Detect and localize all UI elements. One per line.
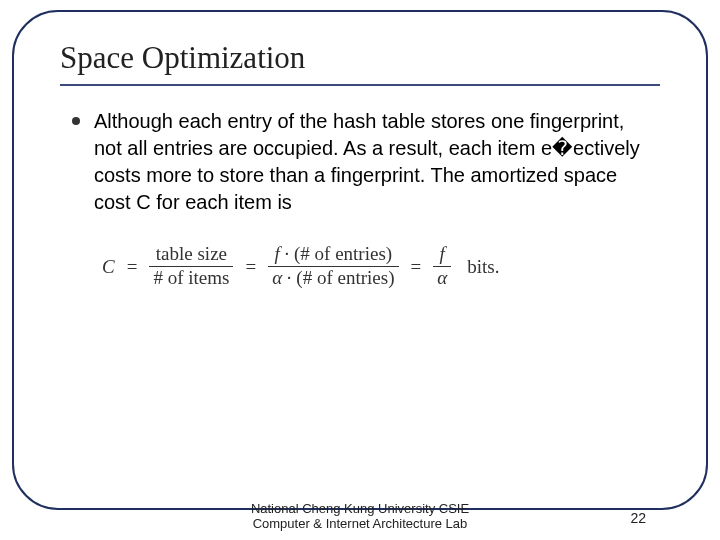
fraction-3: f α — [433, 244, 451, 289]
cost-formula: C = table size # of items = f · (# of en… — [102, 244, 648, 289]
bullet-icon — [72, 117, 80, 125]
frac2-den: α · (# of entries) — [268, 266, 398, 289]
frac3-den: α — [433, 266, 451, 289]
frac2-num: f · (# of entries) — [270, 244, 396, 266]
bullet-item: Although each entry of the hash table st… — [72, 108, 648, 216]
formula-units: bits. — [467, 254, 499, 280]
slide-title: Space Optimization — [60, 40, 305, 76]
frac1-den: # of items — [149, 266, 233, 289]
footer-text: National Cheng Kung University CSIE Comp… — [251, 502, 469, 532]
frac2-den-rest: · (# of entries) — [282, 267, 394, 288]
frac1-num: table size — [152, 244, 231, 266]
equals-2: = — [243, 254, 258, 280]
fraction-1: table size # of items — [149, 244, 233, 289]
frac2-den-a: α — [272, 267, 282, 288]
equals-1: = — [125, 254, 140, 280]
frac3-num: f — [436, 244, 449, 266]
footer: National Cheng Kung University CSIE Comp… — [0, 500, 720, 534]
title-underline — [60, 84, 660, 86]
fraction-2: f · (# of entries) α · (# of entries) — [268, 244, 398, 289]
slide-body: Although each entry of the hash table st… — [72, 108, 648, 289]
frac2-num-rest: · (# of entries) — [280, 243, 392, 264]
slide: Space Optimization Although each entry o… — [0, 0, 720, 540]
formula-lhs: C — [102, 254, 115, 280]
page-number: 22 — [630, 510, 646, 526]
footer-line1: National Cheng Kung University CSIE — [251, 502, 469, 517]
equals-3: = — [409, 254, 424, 280]
bullet-text: Although each entry of the hash table st… — [94, 108, 648, 216]
footer-line2: Computer & Internet Architecture Lab — [251, 517, 469, 532]
